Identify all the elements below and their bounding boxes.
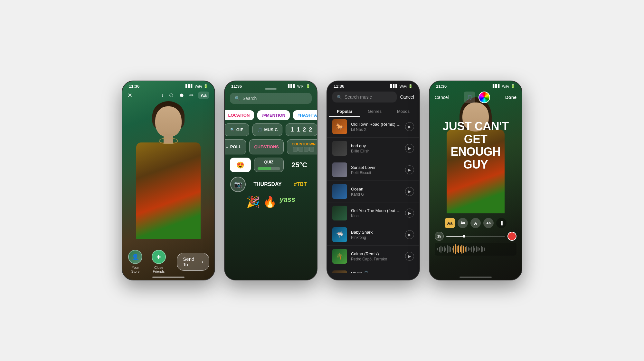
camera-button[interactable]: 📷 xyxy=(230,177,246,192)
text-style-btn-5[interactable]: ▐ xyxy=(496,218,507,228)
album-art-3 xyxy=(332,162,347,177)
signal-icon-3: ▋▋▋ xyxy=(390,84,398,88)
done-button-4[interactable]: Done xyxy=(505,95,516,100)
song-info-3: Sunset Lover Petit Biscuit xyxy=(351,165,401,175)
text-tool-btn[interactable]: Aa xyxy=(198,92,209,99)
play-btn-4[interactable]: ▶ xyxy=(405,187,414,196)
sticker-row-2: 🔍 GIF 🎵 MUSIC 1 1 2 2 xyxy=(230,123,312,136)
list-item[interactable]: 🦈 Baby Shark Pinkfong ▶ xyxy=(327,224,419,246)
list-item[interactable]: 🐎 Old Town Road (Remix) (feat. Bill... L… xyxy=(327,116,419,138)
quiz-sticker[interactable]: QUIZ xyxy=(254,158,284,172)
time-indicator: 15 xyxy=(435,232,516,241)
song-info-1: Old Town Road (Remix) (feat. Bill... Lil… xyxy=(351,122,401,132)
music-icon-btn[interactable]: 🎵 xyxy=(464,92,475,103)
search-icon-3: 🔍 xyxy=(337,95,342,100)
phone-2: 11:36 ▋▋▋ WiFi 🔋 🔍 Search 📍 xyxy=(224,81,317,280)
text-style-btn-3[interactable]: A xyxy=(470,218,481,228)
sticker-icon[interactable]: ☻ xyxy=(179,92,185,99)
sticker-row-5: 📷 THURSDAY #TBT xyxy=(230,177,312,192)
tab-popular[interactable]: Popular xyxy=(329,106,360,117)
battery-icon-4: 🔋 xyxy=(511,84,515,88)
text-style-bar: Aa A̲a A Aa ▐ xyxy=(430,218,522,228)
questions-sticker[interactable]: QUESTIONS xyxy=(249,139,284,154)
thursday-sticker[interactable]: THURSDAY xyxy=(249,177,286,192)
text-style-btn-4[interactable]: Aa xyxy=(483,218,494,228)
song-title-4: Ocean xyxy=(351,187,401,191)
record-button[interactable] xyxy=(507,232,516,241)
cancel-button-4[interactable]: Cancel xyxy=(435,95,449,100)
poll-sticker[interactable]: ≡ POLL xyxy=(224,139,246,154)
play-btn-3[interactable]: ▶ xyxy=(405,165,414,174)
story-avatar[interactable]: 👤 xyxy=(128,250,142,264)
countdown-boxes xyxy=(293,147,314,151)
search-icon-gif: 🔍 xyxy=(230,128,235,132)
countdown-sticker[interactable]: COUNTDOWN xyxy=(287,139,317,154)
song-artist-2: Billie Eilish xyxy=(351,149,401,153)
mention-sticker[interactable]: @MENTION xyxy=(257,110,290,120)
send-to-button[interactable]: Send To › xyxy=(177,253,209,271)
time-sticker[interactable]: 1 1 2 2 xyxy=(286,123,317,136)
home-indicator-1 xyxy=(152,277,185,278)
temp-sticker[interactable]: 25°C xyxy=(287,158,312,172)
location-sticker[interactable]: 📍 LOCATION xyxy=(224,110,254,120)
play-btn-1[interactable]: ▶ xyxy=(405,122,414,131)
play-btn-5[interactable]: ▶ xyxy=(405,209,414,218)
tab-moods[interactable]: Moods xyxy=(389,106,417,117)
pen-icon[interactable]: ✏ xyxy=(189,92,194,98)
music-search-input[interactable]: 🔍 Search music xyxy=(332,92,397,102)
play-btn-7[interactable]: ▶ xyxy=(405,252,414,261)
story-headline: JUST CAN'T GET ENOUGH GUY xyxy=(439,120,513,171)
list-item[interactable]: Get You The Moon (feat. Snew) Kina ▶ xyxy=(327,202,419,224)
close-button-1[interactable]: ✕ xyxy=(128,92,132,99)
song-info-2: bad guy Billie Eilish xyxy=(351,143,401,153)
download-icon[interactable]: ↓ xyxy=(161,93,164,98)
album-art-5 xyxy=(332,206,347,220)
face-icon[interactable]: ☺ xyxy=(168,92,174,99)
tab-genres[interactable]: Genres xyxy=(360,106,389,117)
list-item[interactable]: Ocean Karol G ▶ xyxy=(327,181,419,202)
drag-handle[interactable] xyxy=(265,88,277,90)
cancel-music-btn[interactable]: Cancel xyxy=(400,94,414,100)
sticker-row-6: 🎉 🔥 yass xyxy=(230,195,312,208)
search-music-bar: 🔍 Search music Cancel xyxy=(332,92,414,102)
hashtag-sticker[interactable]: #HASHTAG xyxy=(293,110,317,120)
song-info-7: Calma (Remix) Pedro Capó, Farruko xyxy=(351,251,401,261)
list-item[interactable]: Sunset Lover Petit Biscuit ▶ xyxy=(327,159,419,181)
list-item[interactable]: 🌴 Calma (Remix) Pedro Capó, Farruko ▶ xyxy=(327,246,419,267)
time-1: 11:36 xyxy=(129,84,139,89)
poll-icon: ≡ xyxy=(226,144,229,149)
song-title-5: Get You The Moon (feat. Snew) xyxy=(351,208,401,213)
signal-icon-4: ▋▋▋ xyxy=(493,84,500,88)
stickers-grid: 📍 LOCATION @MENTION #HASHTAG 🔍 GIF xyxy=(230,110,312,211)
time-3: 11:36 xyxy=(334,84,344,89)
album-art-2 xyxy=(332,141,347,156)
battery-icon: 🔋 xyxy=(204,84,208,88)
song-artist-1: Lil Nas X xyxy=(351,127,401,132)
list-item[interactable]: bad guy Billie Eilish ▶ xyxy=(327,138,419,159)
close-friends-btn[interactable]: ✚ xyxy=(152,250,166,264)
song-info-5: Get You The Moon (feat. Snew) Kina xyxy=(351,208,401,218)
search-placeholder-2: Search xyxy=(242,96,257,101)
song-info-8: Pa Mí 🎵 Dalex, Rafa Pabón, Dimelo Flow xyxy=(351,271,401,274)
signal-icon: ▋▋▋ xyxy=(185,84,193,88)
sticker-search-bar[interactable]: 🔍 Search xyxy=(230,93,312,104)
text-style-btn-2[interactable]: A̲a xyxy=(458,218,468,228)
music-sticker[interactable]: 🎵 MUSIC xyxy=(252,123,282,136)
music-note-icon: 🎵 xyxy=(257,127,262,132)
yass-sticker[interactable]: yass xyxy=(280,195,296,208)
song-artist-5: Kina xyxy=(351,214,401,218)
play-btn-6[interactable]: ▶ xyxy=(405,230,414,239)
your-story-section: 👤 Your Story xyxy=(128,250,143,273)
status-icons-1: ▋▋▋ WiFi 🔋 xyxy=(185,84,208,88)
color-picker-btn[interactable] xyxy=(478,92,490,103)
music-list: 🐎 Old Town Road (Remix) (feat. Bill... L… xyxy=(327,116,419,273)
gif-sticker[interactable]: 🔍 GIF xyxy=(224,123,249,136)
tbt-sticker[interactable]: #TBT xyxy=(289,177,311,192)
list-item[interactable]: Pa Mí 🎵 Dalex, Rafa Pabón, Dimelo Flow ▶ xyxy=(327,267,419,273)
party-icon: 🎉 xyxy=(246,195,260,208)
play-btn-2[interactable]: ▶ xyxy=(405,144,414,153)
your-story-label: Your Story xyxy=(128,266,143,273)
album-art-8 xyxy=(332,270,347,273)
text-style-btn-1[interactable]: Aa xyxy=(445,218,455,228)
emoji-sticker[interactable]: 😍 xyxy=(230,158,251,172)
